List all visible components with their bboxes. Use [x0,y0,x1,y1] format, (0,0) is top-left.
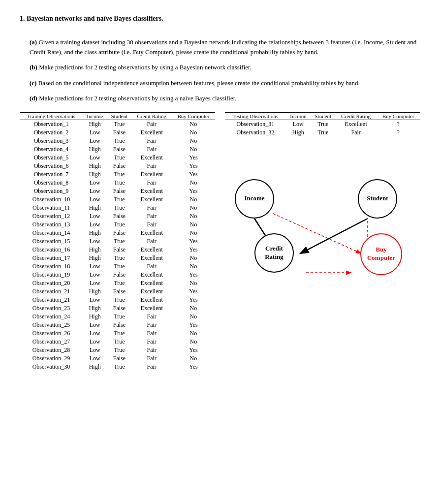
right-section: Testing Observations Income Student Cred… [225,112,420,371]
part-a: (a) Given a training dataset including 3… [20,37,420,57]
table-row: Observation_19LowFalseExcellentYes [20,271,215,279]
col-training-obs: Training Observations [20,112,83,120]
table-row: Observation_25LowFalseFairYes [20,321,215,329]
part-b-label: (b) [30,63,37,71]
table-row: Observation_26LowTrueFairNo [20,329,215,338]
node-student: Student [358,179,397,219]
table-row: Observation_17HighTrueExcellentNo [20,254,215,262]
table-row: Observation_3LowTrueFairNo [20,137,215,145]
part-b: (b) Make predictions for 2 testing obser… [20,63,420,72]
table-row: Observation_16HighFalseExcellentYes [20,246,215,254]
table-row: Observation_27LowTrueFairNo [20,338,215,346]
part-c: (c) Based on the conditional independenc… [20,78,420,88]
table-row: Observation_20LowTrueExcellentNo [20,279,215,287]
col-income: Income [83,112,107,120]
col-testing-obs: Testing Observations [225,112,286,120]
part-d-label: (d) [30,94,37,102]
part-c-label: (c) [30,79,36,87]
node-student-label: Student [367,194,388,203]
table-row: Observation_12LowFalseFairNo [20,212,215,220]
table-row: Observation_28LowTrueFairYes [20,346,215,354]
node-income: Income [235,179,274,219]
col-credit-rating: Credit Rating [132,112,172,120]
table-row: Observation_32HighTrueFair? [225,128,420,137]
table-row: Observation_14HighFalseExcellentNo [20,229,215,237]
main-title: 1. Bayesian networks and naïve Bayes cla… [20,15,420,23]
table-row: Observation_30HighTrueFairYes [20,363,215,371]
col-buy-computer-test: Buy Computer [377,112,421,120]
table-row: Observation_23HighFalseExcellentNo [20,304,215,313]
part-a-label: (a) [30,38,37,46]
col-buy-computer: Buy Computer [172,112,215,120]
node-credit-rating: CreditRating [254,233,294,273]
table-row: Observation_5LowTrueExcellentYes [20,154,215,162]
table-row: Observation_13LowTrueFairNo [20,220,215,229]
table-row: Observation_29LowFalseFairNo [20,354,215,363]
node-credit-label: CreditRating [265,245,283,261]
table-row: Observation_10LowTrueExcellentNo [20,195,215,204]
table-row: Observation_2LowFalseExcellentNo [20,128,215,137]
table-row: Observation_8LowTrueFairNo [20,179,215,187]
training-table-section: Training Observations Income Student Cre… [20,112,215,371]
node-income-label: Income [244,194,264,203]
table-row: Observation_9LowFalseExcellentYes [20,187,215,195]
col-student-test: Student [311,112,336,120]
table-row: Observation_1HighTrueFairNo [20,120,215,128]
table-row: Observation_24HighTrueFairNo [20,313,215,321]
bayesian-network-diagram: Income Student CreditRating BuyComputer [225,150,412,278]
col-student: Student [107,112,131,120]
part-d: (d) Make predictions for 2 testing obser… [20,94,420,103]
question-parts: (a) Given a training dataset including 3… [20,37,420,103]
node-buy-computer: BuyComputer [360,233,402,275]
testing-table: Testing Observations Income Student Cred… [225,112,420,137]
svg-line-1 [301,219,368,253]
testing-table-section: Testing Observations Income Student Cred… [225,112,420,137]
table-row: Observation_6HighFalseFairYes [20,162,215,170]
table-row: Observation_21HighFalseExcellentYes [20,287,215,296]
col-credit-rating-test: Credit Rating [336,112,377,120]
table-row: Observation_11HighTrueFairNo [20,204,215,212]
training-table: Training Observations Income Student Cre… [20,112,215,371]
table-row: Observation_4HighFalseFairNo [20,145,215,154]
table-row: Observation_18LowTrueFairNo [20,262,215,271]
table-row: Observation_7HighTrueExcellentYes [20,170,215,179]
table-row: Observation_15LowTrueFairYes [20,237,215,246]
node-buy-label: BuyComputer [367,246,395,262]
col-income-test: Income [286,112,311,120]
table-row: Observation_21LowTrueExcellentYes [20,296,215,304]
table-row: Observation_31LowTrueExcellent? [225,120,420,128]
